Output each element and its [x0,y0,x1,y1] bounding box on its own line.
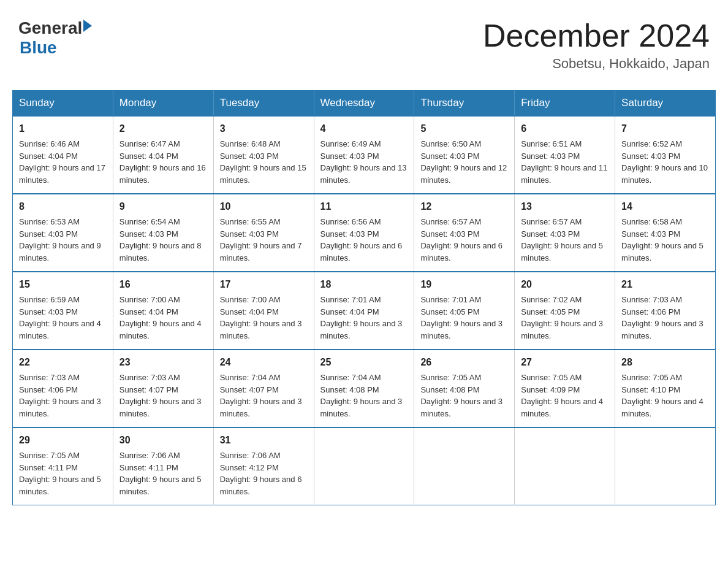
day-cell: 24Sunrise: 7:04 AMSunset: 4:07 PMDayligh… [213,350,314,427]
week-row-2: 8Sunrise: 6:53 AMSunset: 4:03 PMDaylight… [13,194,716,272]
day-info: Sunrise: 7:04 AMSunset: 4:08 PMDaylight:… [320,372,408,419]
day-cell: 17Sunrise: 7:00 AMSunset: 4:04 PMDayligh… [213,272,314,350]
day-number: 30 [119,433,207,448]
logo-general: General [18,18,82,38]
day-info: Sunrise: 6:47 AMSunset: 4:04 PMDaylight:… [119,138,207,186]
day-cell [515,427,615,505]
day-number: 6 [521,121,609,136]
day-info: Sunrise: 6:57 AMSunset: 4:03 PMDaylight:… [521,216,609,264]
header-sunday: Sunday [13,91,113,117]
calendar-table: SundayMondayTuesdayWednesdayThursdayFrid… [12,90,716,505]
header-wednesday: Wednesday [314,91,414,117]
day-number: 10 [220,199,308,214]
day-info: Sunrise: 7:03 AMSunset: 4:06 PMDaylight:… [621,294,709,342]
day-info: Sunrise: 7:00 AMSunset: 4:04 PMDaylight:… [119,294,207,342]
day-cell: 23Sunrise: 7:03 AMSunset: 4:07 PMDayligh… [113,350,213,427]
title-section: December 2024 Sobetsu, Hokkaido, Japan [483,18,710,72]
day-cell: 11Sunrise: 6:56 AMSunset: 4:03 PMDayligh… [314,194,414,272]
day-number: 25 [320,355,408,370]
day-info: Sunrise: 6:57 AMSunset: 4:03 PMDaylight:… [420,216,508,264]
day-info: Sunrise: 7:00 AMSunset: 4:04 PMDaylight:… [220,294,308,342]
day-number: 22 [19,355,107,370]
day-info: Sunrise: 7:05 AMSunset: 4:09 PMDaylight:… [521,372,609,419]
day-number: 29 [19,433,107,448]
day-info: Sunrise: 7:02 AMSunset: 4:05 PMDaylight:… [521,294,609,342]
day-number: 1 [19,121,107,136]
day-number: 2 [119,121,207,136]
day-cell: 27Sunrise: 7:05 AMSunset: 4:09 PMDayligh… [515,350,615,427]
day-cell: 28Sunrise: 7:05 AMSunset: 4:10 PMDayligh… [615,350,716,427]
day-info: Sunrise: 6:56 AMSunset: 4:03 PMDaylight:… [320,216,408,264]
day-cell: 21Sunrise: 7:03 AMSunset: 4:06 PMDayligh… [615,272,716,350]
day-cell [615,427,716,505]
day-number: 14 [621,199,709,214]
day-number: 12 [420,199,508,214]
day-cell: 16Sunrise: 7:00 AMSunset: 4:04 PMDayligh… [113,272,213,350]
day-number: 31 [220,433,308,448]
day-cell: 2Sunrise: 6:47 AMSunset: 4:04 PMDaylight… [113,116,213,194]
day-cell: 26Sunrise: 7:05 AMSunset: 4:08 PMDayligh… [414,350,515,427]
day-cell: 20Sunrise: 7:02 AMSunset: 4:05 PMDayligh… [515,272,615,350]
day-cell: 6Sunrise: 6:51 AMSunset: 4:03 PMDaylight… [515,116,615,194]
day-number: 8 [19,199,107,214]
day-cell: 15Sunrise: 6:59 AMSunset: 4:03 PMDayligh… [13,272,113,350]
day-cell [414,427,515,505]
day-cell: 13Sunrise: 6:57 AMSunset: 4:03 PMDayligh… [515,194,615,272]
day-cell: 30Sunrise: 7:06 AMSunset: 4:11 PMDayligh… [113,427,213,505]
header-tuesday: Tuesday [213,91,314,117]
day-cell: 25Sunrise: 7:04 AMSunset: 4:08 PMDayligh… [314,350,414,427]
header-monday: Monday [113,91,213,117]
day-info: Sunrise: 6:54 AMSunset: 4:03 PMDaylight:… [119,216,207,264]
day-cell: 5Sunrise: 6:50 AMSunset: 4:03 PMDaylight… [414,116,515,194]
day-info: Sunrise: 6:48 AMSunset: 4:03 PMDaylight:… [220,138,308,186]
day-info: Sunrise: 6:59 AMSunset: 4:03 PMDaylight:… [19,294,107,342]
day-info: Sunrise: 6:50 AMSunset: 4:03 PMDaylight:… [420,138,508,186]
day-info: Sunrise: 7:05 AMSunset: 4:10 PMDaylight:… [621,372,709,419]
day-info: Sunrise: 6:52 AMSunset: 4:03 PMDaylight:… [621,138,709,186]
header-saturday: Saturday [615,91,716,117]
week-row-5: 29Sunrise: 7:05 AMSunset: 4:11 PMDayligh… [13,427,716,505]
day-number: 13 [521,199,609,214]
day-info: Sunrise: 7:06 AMSunset: 4:12 PMDaylight:… [220,450,308,497]
day-cell: 14Sunrise: 6:58 AMSunset: 4:03 PMDayligh… [615,194,716,272]
month-year-title: December 2024 [483,18,710,53]
day-info: Sunrise: 7:01 AMSunset: 4:05 PMDaylight:… [420,294,508,342]
day-number: 23 [119,355,207,370]
week-row-3: 15Sunrise: 6:59 AMSunset: 4:03 PMDayligh… [13,272,716,350]
day-number: 20 [521,277,609,292]
location-subtitle: Sobetsu, Hokkaido, Japan [483,56,710,72]
day-info: Sunrise: 7:05 AMSunset: 4:08 PMDaylight:… [420,372,508,419]
day-cell: 18Sunrise: 7:01 AMSunset: 4:04 PMDayligh… [314,272,414,350]
day-cell: 22Sunrise: 7:03 AMSunset: 4:06 PMDayligh… [13,350,113,427]
header-thursday: Thursday [414,91,515,117]
day-cell: 10Sunrise: 6:55 AMSunset: 4:03 PMDayligh… [213,194,314,272]
day-cell: 8Sunrise: 6:53 AMSunset: 4:03 PMDaylight… [13,194,113,272]
day-number: 18 [320,277,408,292]
day-number: 26 [420,355,508,370]
day-info: Sunrise: 6:53 AMSunset: 4:03 PMDaylight:… [19,216,107,264]
day-number: 3 [220,121,308,136]
day-number: 17 [220,277,308,292]
day-number: 24 [220,355,308,370]
day-info: Sunrise: 7:01 AMSunset: 4:04 PMDaylight:… [320,294,408,342]
day-number: 16 [119,277,207,292]
day-number: 27 [521,355,609,370]
day-number: 5 [420,121,508,136]
logo-blue: Blue [20,38,92,58]
day-number: 4 [320,121,408,136]
day-number: 15 [19,277,107,292]
day-cell: 9Sunrise: 6:54 AMSunset: 4:03 PMDaylight… [113,194,213,272]
day-cell: 31Sunrise: 7:06 AMSunset: 4:12 PMDayligh… [213,427,314,505]
week-row-4: 22Sunrise: 7:03 AMSunset: 4:06 PMDayligh… [13,350,716,427]
day-info: Sunrise: 6:46 AMSunset: 4:04 PMDaylight:… [19,138,107,186]
day-number: 7 [621,121,709,136]
day-number: 21 [621,277,709,292]
day-number: 19 [420,277,508,292]
day-info: Sunrise: 7:04 AMSunset: 4:07 PMDaylight:… [220,372,308,419]
logo-arrow-icon [83,20,92,32]
day-info: Sunrise: 7:03 AMSunset: 4:07 PMDaylight:… [119,372,207,419]
day-cell: 1Sunrise: 6:46 AMSunset: 4:04 PMDaylight… [13,116,113,194]
header-friday: Friday [515,91,615,117]
day-info: Sunrise: 6:58 AMSunset: 4:03 PMDaylight:… [621,216,709,264]
day-info: Sunrise: 7:03 AMSunset: 4:06 PMDaylight:… [19,372,107,419]
